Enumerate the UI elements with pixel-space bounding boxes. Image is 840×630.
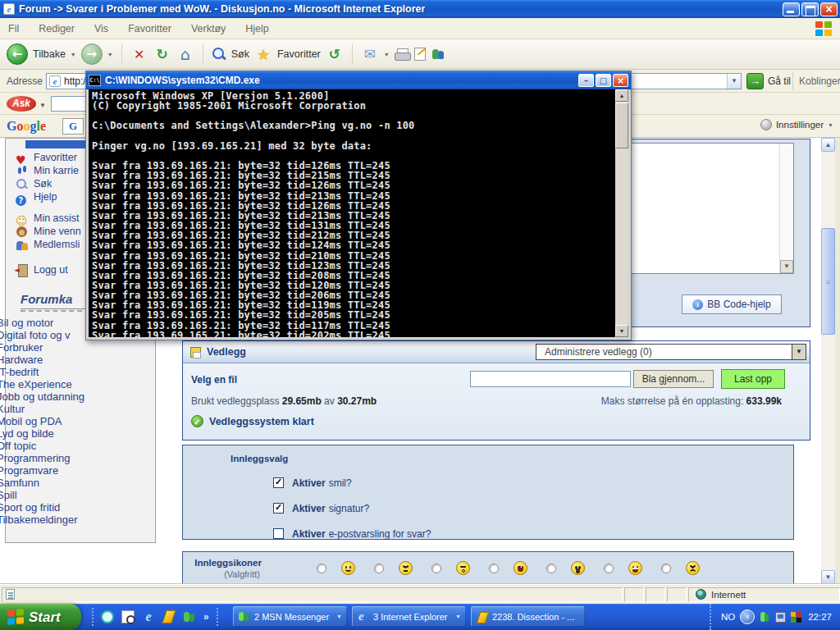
search-label[interactable]: Søk	[231, 48, 249, 60]
sidebar-item-icon	[16, 239, 30, 251]
cmd-scrollbar-thumb[interactable]	[615, 103, 628, 148]
forward-dropdown-icon[interactable]: ▼	[107, 52, 113, 57]
language-indicator[interactable]: NO	[721, 612, 735, 622]
quick-launch-messenger-icon[interactable]	[183, 610, 196, 623]
category-link[interactable]: Mobil og PDA	[0, 415, 157, 427]
cmd-minimize-button[interactable]: –	[578, 74, 594, 87]
category-link[interactable]: Tilbakemeldinger	[0, 514, 157, 526]
favorites-label[interactable]: Favoritter	[277, 48, 321, 60]
bbcode-help-button[interactable]: i BB Code-hjelp	[682, 294, 782, 314]
category-link[interactable]: Off topic	[0, 440, 157, 452]
cmd-console[interactable]: Microsoft Windows XP [Versjon 5.1.2600](…	[89, 89, 628, 337]
back-label[interactable]: Tilbake	[33, 48, 66, 60]
clock[interactable]: 22:27	[808, 612, 832, 622]
ask-dropdown-icon[interactable]: ▼	[39, 102, 46, 109]
checkbox[interactable]	[273, 528, 284, 539]
go-label[interactable]: Gå til	[768, 75, 791, 87]
home-icon[interactable]: ⌂	[176, 45, 194, 63]
info-icon: i	[692, 299, 703, 310]
messenger-icon[interactable]	[431, 48, 445, 61]
menu-item[interactable]: Rediger	[39, 23, 75, 34]
quick-launch-winamp-icon[interactable]	[162, 610, 176, 623]
taskbar-button[interactable]: 3 Internet Explorer	[352, 606, 466, 627]
back-button[interactable]: ←	[7, 43, 28, 65]
category-link[interactable]: Programvare	[0, 464, 157, 477]
cmd-title-bar[interactable]: C:\ C:\WINDOWS\system32\CMD.exe – □ ×	[86, 71, 631, 89]
scroll-down-icon[interactable]: ▼	[780, 260, 793, 273]
cmd-maximize-button[interactable]: □	[596, 74, 611, 87]
tray-messenger-icon[interactable]	[760, 612, 770, 623]
page-scrollbar[interactable]: ▲ ▼	[821, 138, 835, 584]
tray-display-icon[interactable]	[775, 612, 786, 623]
select-dropdown-icon[interactable]: ▼	[792, 345, 806, 359]
checkbox[interactable]	[273, 477, 284, 488]
post-icon-radio[interactable]	[489, 564, 499, 573]
close-button[interactable]	[820, 2, 838, 16]
search-icon[interactable]	[212, 47, 226, 62]
category-link[interactable]: Spill	[0, 489, 157, 501]
browse-button[interactable]: Bla gjennom...	[633, 370, 714, 388]
mail-icon[interactable]: ✉	[361, 45, 379, 63]
category-link[interactable]: Samfunn	[0, 477, 157, 489]
quick-launch-ie-icon[interactable]: e	[142, 610, 155, 623]
category-link[interactable]: Hardware	[0, 354, 157, 366]
scroll-up-icon[interactable]: ▲	[615, 89, 628, 102]
back-dropdown-icon[interactable]: ▼	[71, 52, 76, 57]
post-icon-radio[interactable]	[431, 564, 441, 573]
google-g-button[interactable]: G	[62, 118, 84, 135]
menu-item[interactable]: Vis	[94, 23, 108, 34]
mail-dropdown-icon[interactable]: ▼	[384, 52, 390, 57]
print-icon[interactable]	[395, 48, 409, 60]
cmd-close-button[interactable]: ×	[613, 74, 628, 87]
scroll-down-icon[interactable]: ▼	[615, 325, 628, 337]
category-link[interactable]: Kultur	[0, 403, 157, 415]
stop-icon[interactable]: ✕	[130, 45, 148, 63]
category-link[interactable]: Lyd og bilde	[0, 427, 157, 440]
menu-item[interactable]: Hjelp	[245, 23, 269, 34]
scrollbar-thumb[interactable]	[821, 228, 835, 335]
edit-icon[interactable]	[414, 48, 426, 61]
post-icon-radio[interactable]	[546, 564, 556, 573]
quick-launch-search-icon[interactable]	[121, 610, 135, 623]
post-icon-radio[interactable]	[661, 564, 671, 573]
google-settings[interactable]: Innstillinger ▼	[760, 119, 833, 130]
category-link[interactable]: The eXperience	[0, 378, 157, 390]
post-icon-radio[interactable]	[604, 564, 614, 573]
quick-launch-overflow-icon[interactable]: »	[203, 611, 209, 623]
go-button[interactable]: →	[746, 73, 764, 89]
taskbar-button[interactable]: 2 MSN Messenger	[233, 606, 347, 627]
links-label[interactable]: Koblinger	[799, 75, 840, 87]
address-dropdown-icon[interactable]: ▼	[727, 74, 741, 89]
menu-item[interactable]: Fil	[8, 23, 19, 34]
cmd-scrollbar[interactable]: ▲ ▼	[615, 89, 628, 337]
post-icon-radio[interactable]	[374, 564, 384, 573]
start-button[interactable]: Start	[0, 604, 81, 630]
console-line: Svar fra 193.69.165.21: byte=32 tid=119m…	[92, 299, 614, 309]
tray-utility-icon[interactable]	[791, 612, 801, 623]
menu-item[interactable]: Favoritter	[128, 23, 171, 34]
forward-button[interactable]: →	[81, 43, 103, 65]
category-link[interactable]: Sport og fritid	[0, 501, 157, 514]
maximize-button[interactable]	[801, 2, 819, 16]
scroll-down-icon[interactable]: ▼	[821, 570, 835, 584]
scroll-up-icon[interactable]: ▲	[821, 138, 835, 152]
menu-item[interactable]: Verktøy	[191, 23, 226, 34]
category-link[interactable]: IT-bedrift	[0, 366, 157, 378]
manage-attachments-select[interactable]: Administrere vedlegg (0) ▼	[536, 344, 806, 360]
history-icon[interactable]: ↺	[326, 45, 344, 63]
refresh-icon[interactable]: ↻	[153, 45, 171, 63]
category-link[interactable]: Forbruker	[0, 341, 157, 354]
post-icon-radio[interactable]	[317, 564, 326, 573]
category-link[interactable]: Programmering	[0, 452, 157, 464]
textarea-scrollbar[interactable]: ▼	[779, 144, 793, 273]
taskbar-button[interactable]: 2238. Dissection - ...	[471, 606, 585, 627]
upload-button[interactable]: Last opp	[721, 369, 785, 389]
favorites-icon[interactable]: ★	[254, 45, 272, 63]
ask-logo[interactable]: Ask	[7, 96, 36, 112]
file-input[interactable]	[470, 371, 631, 387]
checkbox[interactable]	[273, 503, 284, 514]
category-link[interactable]: Jobb og utdanning	[0, 390, 157, 403]
minimize-button[interactable]	[783, 2, 800, 16]
quick-launch-clock-icon[interactable]	[101, 610, 114, 623]
hide-icons-chevron[interactable]: ‹	[740, 609, 755, 624]
